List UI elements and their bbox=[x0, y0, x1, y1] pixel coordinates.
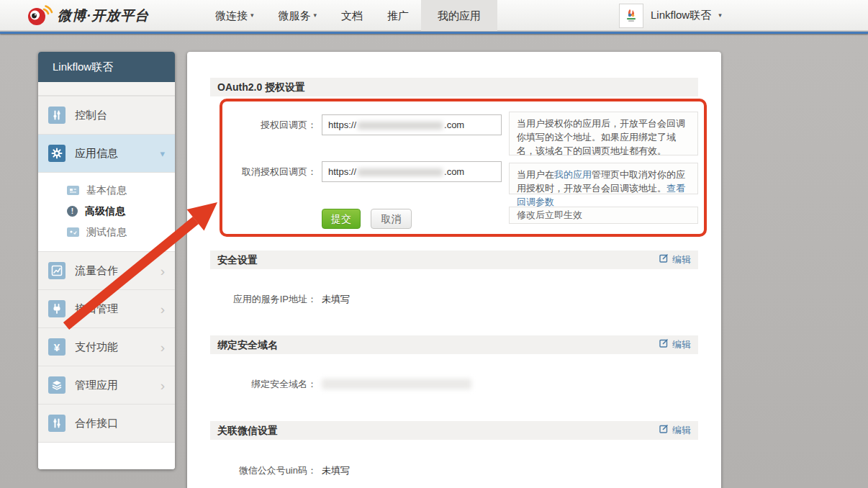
menu-item-my-apps[interactable]: 我的应用 bbox=[421, 0, 497, 31]
chevron-right-icon: › bbox=[161, 302, 165, 316]
edit-wechat-link[interactable]: 编辑 bbox=[659, 421, 691, 440]
sidebar-subitem-label: 测试信息 bbox=[86, 226, 127, 239]
top-navbar: 微博·开放平台 微连接 ▾ 微服务 ▾ 文档 推广 我的应用 bbox=[0, 0, 868, 31]
redacted-url-segment bbox=[358, 168, 443, 176]
sidebar-subitem-test-info[interactable]: 测试信息 bbox=[38, 222, 175, 243]
navbar-accent-strip bbox=[0, 32, 868, 34]
sliders-icon bbox=[48, 107, 65, 124]
sidebar-item-label: 管理应用 bbox=[75, 379, 118, 392]
sidebar-subitem-label: 基本信息 bbox=[86, 184, 127, 197]
avatar bbox=[619, 4, 643, 28]
sidebar-subitem-label: 高级信息 bbox=[85, 205, 125, 218]
bound-domain-redacted-value bbox=[322, 379, 471, 389]
section-header-oauth: OAuth2.0 授权设置 bbox=[210, 78, 698, 96]
chart-icon bbox=[48, 262, 65, 279]
revoke-callback-input[interactable]: https://.com bbox=[322, 161, 502, 182]
sidebar-submenu: 基本信息 ! 高级信息 测试信息 bbox=[38, 172, 175, 251]
wechat-uin-value: 未填写 bbox=[322, 465, 350, 476]
cancel-button[interactable]: 取消 bbox=[371, 209, 412, 229]
chevron-down-icon: ▾ bbox=[250, 12, 254, 19]
redacted-url-segment bbox=[358, 122, 443, 130]
yen-icon: ¥ bbox=[48, 338, 65, 356]
chevron-right-icon: › bbox=[161, 340, 165, 354]
id-card-icon bbox=[67, 186, 79, 195]
sidebar-item-label: 合作接口 bbox=[75, 417, 118, 430]
sidebar-item-coop-api[interactable]: 合作接口 bbox=[38, 404, 175, 442]
menu-item-weifuwu[interactable]: 微服务 ▾ bbox=[266, 0, 330, 31]
effective-immediately-note: 修改后立即生效 bbox=[509, 207, 698, 224]
sidebar-item-manage-apps[interactable]: 管理应用 › bbox=[38, 366, 175, 404]
sidebar-item-console[interactable]: 控制台 bbox=[38, 96, 175, 134]
edit-icon bbox=[659, 421, 669, 440]
sidebar-item-label: 支付功能 bbox=[75, 340, 118, 354]
sidebar-item-app-info[interactable]: 应用信息 ▾ bbox=[38, 134, 175, 172]
sidebar-item-label: 控制台 bbox=[75, 109, 107, 122]
edit-icon bbox=[659, 250, 669, 269]
sidebar-item-traffic-coop[interactable]: 流量合作 › bbox=[38, 251, 175, 289]
wechat-uin-label: 微信公众号uin码： bbox=[210, 465, 317, 476]
test-card-icon bbox=[67, 227, 79, 237]
sidebar-item-payment[interactable]: ¥ 支付功能 › bbox=[38, 327, 175, 366]
authorize-callback-label: 授权回调页： bbox=[210, 114, 317, 135]
sidebar: Linkflow联否 控制台 应用信息 ▾ 基本信息 ! 高级信息 测试信息 bbox=[38, 52, 175, 469]
sidebar-app-name: Linkflow联否 bbox=[38, 52, 175, 82]
sidebar-item-label: 接口管理 bbox=[75, 302, 118, 316]
section-title: 关联微信设置 bbox=[217, 425, 278, 436]
url-prefix: https:// bbox=[328, 166, 356, 177]
brand-logo[interactable]: 微博·开放平台 bbox=[26, 0, 149, 31]
sidebar-subitem-advanced-info[interactable]: ! 高级信息 bbox=[38, 201, 175, 222]
authorize-callback-help: 当用户授权你的应用后，开放平台会回调你填写的这个地址。如果应用绑定了域名，该域名… bbox=[509, 112, 698, 155]
alert-circle-icon: ! bbox=[67, 206, 78, 217]
menu-item-promotion[interactable]: 推广 bbox=[375, 0, 421, 31]
revoke-callback-help: 当用户在我的应用管理页中取消对你的应用授权时，开放平台会回调该地址。查看回调参数 bbox=[509, 163, 698, 194]
authorize-callback-input[interactable]: https://.com bbox=[322, 114, 502, 135]
main-content: OAuth2.0 授权设置 授权回调页： https://.com 当用户授权你… bbox=[187, 52, 721, 488]
main-menu: 微连接 ▾ 微服务 ▾ 文档 推广 我的应用 bbox=[203, 0, 497, 31]
sidebar-spacer bbox=[38, 82, 175, 96]
chevron-down-icon: ▾ bbox=[314, 12, 317, 19]
sidebar-item-label: 应用信息 bbox=[75, 147, 118, 161]
menu-item-weilianjie[interactable]: 微连接 ▾ bbox=[203, 0, 266, 31]
chevron-down-icon: ▾ bbox=[718, 12, 722, 19]
section-header-bound-domain: 编辑 绑定安全域名 bbox=[210, 335, 698, 354]
sidebar-item-label: 流量合作 bbox=[75, 264, 118, 278]
edit-bound-domain-link[interactable]: 编辑 bbox=[659, 335, 691, 354]
chevron-down-icon: ▾ bbox=[160, 148, 165, 159]
plug-icon bbox=[48, 300, 65, 317]
user-name: Linkflow联否 bbox=[651, 9, 711, 22]
sliders-icon bbox=[48, 415, 65, 432]
url-suffix: .com bbox=[444, 166, 464, 177]
section-header-security: 编辑 安全设置 bbox=[210, 250, 698, 269]
sidebar-subitem-basic-info[interactable]: 基本信息 bbox=[38, 180, 175, 201]
section-header-wechat: 编辑 关联微信设置 bbox=[210, 421, 698, 440]
section-title: OAuth2.0 授权设置 bbox=[217, 81, 305, 93]
layers-icon bbox=[48, 376, 65, 394]
weibo-logo-icon bbox=[26, 2, 53, 30]
section-title: 安全设置 bbox=[217, 254, 258, 266]
sidebar-footer bbox=[38, 442, 175, 469]
sidebar-item-api-management[interactable]: 接口管理 › bbox=[38, 289, 175, 327]
gear-icon bbox=[48, 145, 65, 162]
section-title: 绑定安全域名 bbox=[217, 339, 278, 351]
url-suffix: .com bbox=[444, 119, 464, 130]
edit-icon bbox=[659, 335, 669, 354]
chevron-right-icon: › bbox=[161, 264, 165, 278]
submit-button[interactable]: 提交 bbox=[322, 209, 361, 229]
url-prefix: https:// bbox=[328, 119, 356, 130]
brand-title: 微博·开放平台 bbox=[58, 6, 149, 25]
service-ip-value: 未填写 bbox=[322, 294, 350, 305]
revoke-callback-label: 取消授权回调页： bbox=[210, 161, 317, 182]
edit-security-link[interactable]: 编辑 bbox=[659, 250, 691, 269]
bound-domain-label: 绑定安全域名： bbox=[210, 379, 317, 390]
service-ip-label: 应用的服务IP地址： bbox=[210, 294, 317, 305]
menu-item-docs[interactable]: 文档 bbox=[329, 0, 375, 31]
my-apps-link[interactable]: 我的应用 bbox=[554, 169, 592, 180]
user-menu[interactable]: Linkflow联否 ▾ bbox=[619, 0, 722, 31]
chevron-right-icon: › bbox=[161, 379, 165, 392]
